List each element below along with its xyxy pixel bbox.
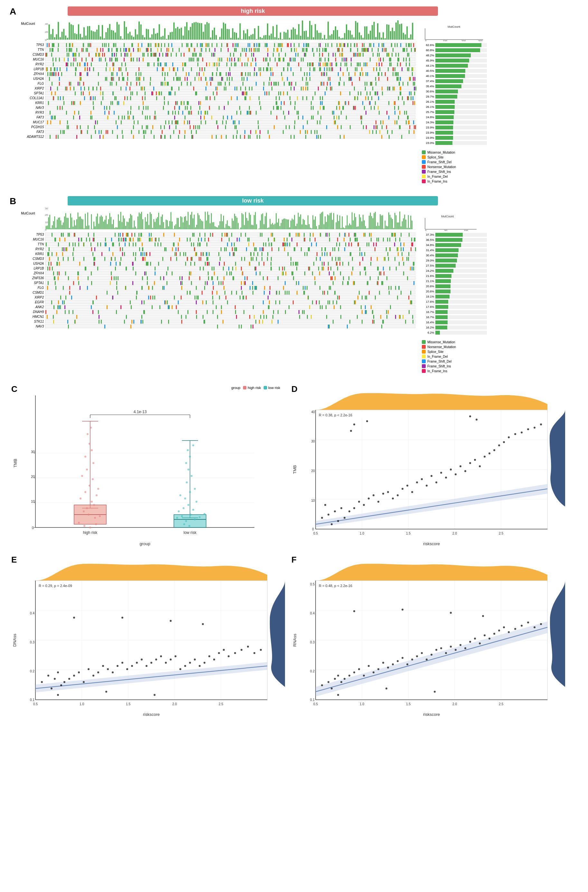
pct-bar-fill [435, 115, 454, 119]
svg-rect-396 [261, 214, 262, 229]
svg-text:R = 0.48, p < 2.2e-16: R = 0.48, p < 2.2e-16 [319, 584, 352, 588]
gene-row: FAT3 [45, 115, 416, 120]
svg-rect-310 [156, 219, 157, 229]
pct-bar-container [435, 305, 487, 309]
svg-text:0.5: 0.5 [314, 532, 318, 535]
legend-color-box [422, 165, 426, 169]
svg-text:2.5: 2.5 [499, 702, 503, 706]
svg-point-732 [136, 662, 138, 664]
svg-rect-295 [138, 216, 138, 229]
svg-point-560 [84, 491, 86, 493]
svg-rect-152 [315, 24, 316, 40]
svg-point-807 [402, 657, 404, 659]
svg-rect-497 [385, 220, 386, 229]
pct-label: 40.1% [422, 74, 434, 78]
svg-text:30: 30 [311, 439, 315, 443]
svg-rect-85 [192, 23, 193, 40]
svg-point-763 [154, 694, 156, 696]
svg-point-832 [527, 622, 529, 624]
svg-text:high risk: high risk [83, 531, 98, 535]
svg-text:0.1: 0.1 [310, 698, 315, 702]
svg-rect-246 [78, 213, 79, 229]
pct-bar-fill [435, 264, 456, 268]
svg-point-800 [368, 665, 370, 667]
svg-rect-299 [142, 219, 143, 229]
svg-rect-493 [380, 214, 381, 229]
gene-track [45, 135, 416, 138]
gene-name: ZFHX4 [20, 72, 44, 76]
svg-rect-190 [384, 38, 386, 40]
svg-rect-188 [381, 37, 382, 40]
svg-rect-317 [165, 228, 165, 229]
svg-rect-156 [322, 38, 323, 40]
svg-rect-466 [347, 216, 348, 229]
svg-rect-370 [229, 226, 230, 229]
svg-point-569 [81, 475, 83, 477]
svg-rect-231 [59, 217, 60, 229]
svg-rect-410 [278, 219, 279, 229]
gene-track [45, 115, 416, 119]
svg-point-757 [73, 617, 75, 619]
svg-rect-443 [319, 225, 320, 229]
svg-rect-350 [205, 212, 206, 229]
svg-point-814 [435, 649, 437, 651]
gene-row: ZFHX4 [45, 72, 416, 76]
svg-rect-324 [173, 229, 174, 229]
svg-rect-98 [216, 35, 217, 40]
svg-text:30: 30 [45, 207, 48, 210]
svg-rect-160 [329, 35, 331, 40]
legend-label: Frame_Shift_Del [428, 360, 452, 363]
svg-rect-255 [88, 225, 90, 229]
svg-rect-96 [212, 30, 213, 40]
svg-rect-487 [373, 218, 374, 229]
svg-rect-67 [159, 24, 160, 40]
svg-rect-42 [113, 31, 114, 40]
svg-point-596 [184, 498, 186, 499]
svg-rect-49 [126, 27, 127, 40]
pct-bar-fill [435, 69, 465, 73]
svg-rect-392 [256, 224, 257, 229]
pct-row: 31.4% [422, 248, 512, 252]
svg-point-655 [406, 485, 408, 487]
svg-point-714 [60, 684, 62, 686]
svg-point-684 [366, 420, 368, 422]
svg-point-647 [368, 498, 370, 499]
pct-row: 44.1% [422, 63, 512, 68]
svg-rect-359 [216, 227, 217, 229]
svg-rect-200 [403, 33, 404, 40]
svg-point-559 [80, 498, 81, 499]
svg-point-737 [160, 655, 162, 657]
gene-track [45, 324, 416, 328]
svg-rect-229 [57, 220, 58, 229]
pct-row: 16.2% [422, 325, 512, 330]
svg-rect-234 [63, 222, 64, 229]
svg-rect-189 [382, 32, 384, 40]
svg-rect-38 [106, 32, 107, 40]
svg-point-665 [454, 474, 457, 475]
svg-rect-97 [214, 28, 215, 40]
svg-point-607 [183, 523, 185, 525]
svg-rect-304 [148, 225, 149, 229]
pct-bar-container [435, 259, 487, 262]
svg-rect-404 [271, 224, 272, 229]
svg-text:0: 0 [425, 40, 427, 41]
svg-rect-502 [391, 218, 392, 229]
legend-label: In_Frame_Del [428, 175, 448, 178]
svg-point-831 [521, 625, 523, 627]
pct-row: 60.8% [422, 48, 512, 52]
gene-track [45, 281, 416, 285]
svg-point-796 [348, 675, 350, 676]
svg-rect-457 [336, 222, 337, 229]
legend-label: Nonsense_Mutation [428, 345, 456, 349]
svg-rect-290 [131, 216, 132, 229]
svg-rect-104 [227, 29, 228, 40]
gene-row: RYR2 [45, 62, 416, 67]
pct-label: 23.9% [422, 136, 434, 139]
pct-bar-fill [435, 289, 450, 293]
svg-text:TMB: TMB [292, 465, 297, 474]
svg-point-733 [141, 658, 142, 660]
svg-point-790 [327, 681, 329, 683]
gene-row: ANK2 [45, 305, 416, 309]
svg-rect-403 [270, 219, 271, 229]
svg-rect-325 [174, 226, 175, 229]
